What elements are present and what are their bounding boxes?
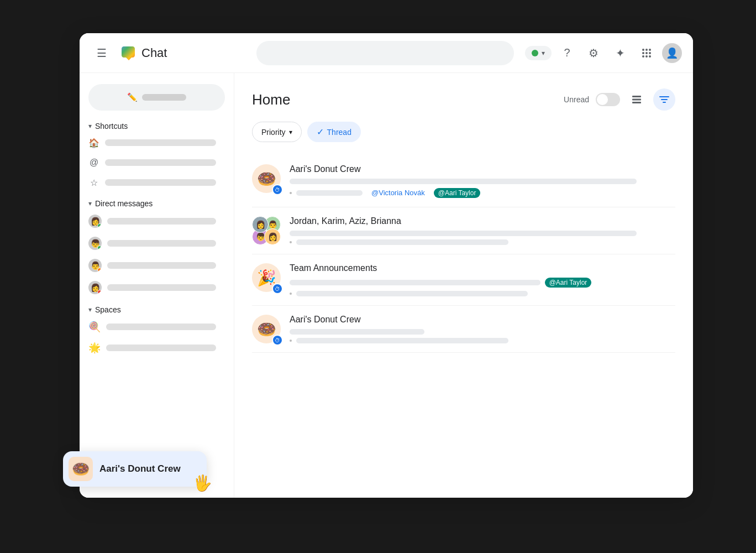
mention-row-1: @Victoria Novák @Aari Taylor (290, 187, 675, 198)
conversation-list: 🍩 ⏱ Aari's Donut Crew @Victoria Novák @A… (252, 155, 675, 353)
conv-text-bar-1a (290, 179, 637, 184)
new-chat-button[interactable]: ✏️ (88, 84, 225, 111)
spaces-section: ▾ Spaces 🍭 🌟 (80, 303, 234, 358)
mention-chip-victoria: @Victoria Novák (367, 187, 429, 198)
status-button[interactable]: ▾ (525, 46, 552, 60)
new-chat-label (142, 94, 186, 101)
reply-dot (290, 340, 292, 342)
status-dot-orange (97, 268, 102, 272)
svg-rect-10 (632, 96, 641, 97)
group-member-4: 👩 (264, 228, 281, 245)
conv-text-bar-2b (296, 239, 508, 245)
space-label-1 (106, 324, 216, 330)
main-body: ✏️ ▾ Shortcuts 🏠 @ (80, 73, 693, 498)
chevron-down-icon: ▾ (88, 306, 92, 314)
conversation-item[interactable]: 🍩 ⏱ Aari's Donut Crew @Victoria Novák @A… (252, 155, 675, 207)
spaces-item-1[interactable]: 🍭 (80, 316, 225, 337)
help-icon[interactable]: ? (556, 42, 578, 64)
new-chat-icon: ✏️ (127, 92, 138, 102)
unread-toggle[interactable] (596, 93, 620, 106)
svg-point-6 (649, 52, 651, 54)
reply-dot (290, 192, 292, 194)
reply-dot (290, 293, 292, 295)
topbar-left: ☰ (91, 42, 245, 64)
mention-chip-aari: @Aari Taylor (434, 188, 481, 198)
conv-text-bar-2a (290, 231, 637, 236)
status-dot-red (97, 290, 102, 294)
dm-avatar-4: 👩 (88, 281, 102, 294)
spaces-title: Spaces (95, 305, 121, 314)
conversation-item[interactable]: 🍩 ⏱ Aari's Donut Crew (252, 306, 675, 353)
priority-chevron-icon: ▾ (289, 128, 292, 136)
conv-content-2: Jordan, Karim, Aziz, Brianna (290, 216, 675, 245)
unread-label: Unread (564, 95, 589, 104)
sparkle-icon[interactable]: ✦ (609, 42, 631, 64)
mentions-label (105, 159, 216, 166)
menu-icon[interactable]: ☰ (91, 42, 113, 64)
filter-chips: Priority ▾ ✓ Thread (252, 122, 675, 142)
filter-icon[interactable] (653, 88, 675, 111)
chevron-down-icon: ▾ (88, 122, 92, 130)
home-label (105, 139, 216, 146)
thread-chip[interactable]: ✓ Thread (307, 122, 361, 142)
conv-avatar-group-2: 👩 👨 👦 👩 (252, 216, 281, 245)
search-area: 🔍 (256, 41, 514, 65)
tooltip-label: Aari's Donut Crew (99, 463, 181, 474)
conv-text-bar-4a (290, 329, 424, 335)
dm-item-1[interactable]: 👩 (80, 210, 225, 232)
status-dot (532, 50, 538, 56)
settings-icon[interactable]: ⚙ (582, 42, 605, 64)
priority-chip[interactable]: Priority ▾ (252, 122, 302, 142)
conv-avatar-wrapper-3: 🎉 ⏱ (252, 263, 281, 292)
svg-point-7 (642, 55, 644, 58)
conv-text-bar-4b (296, 338, 508, 343)
sidebar-item-mentions[interactable]: @ (80, 153, 225, 173)
starred-label (105, 179, 216, 186)
thread-badge-4: ⏱ (272, 335, 283, 346)
svg-point-3 (649, 49, 651, 51)
spaces-item-2[interactable]: 🌟 (80, 337, 225, 358)
layout-icon[interactable] (627, 90, 647, 109)
dm-item-2[interactable]: 👦 (80, 232, 225, 254)
topbar: ☰ (80, 33, 693, 73)
main-window: ☰ (80, 33, 693, 498)
cursor-hand-icon: 🖐 (193, 474, 212, 492)
star-icon: ☆ (88, 177, 99, 188)
dm-avatar-1: 👩 (88, 215, 102, 228)
conv-content-4: Aari's Donut Crew (290, 315, 675, 343)
space-label-2 (106, 345, 216, 351)
floating-tooltip[interactable]: 🍩 Aari's Donut Crew 🖐 (63, 451, 207, 487)
apps-icon[interactable] (636, 42, 658, 64)
dm-label-3 (107, 262, 216, 269)
search-input[interactable] (256, 41, 514, 65)
avatar[interactable]: 👤 (662, 43, 682, 63)
conversation-item[interactable]: 👩 👨 👦 👩 Jordan, Karim, Aziz, Brianna (252, 207, 675, 254)
dm-item-3[interactable]: 👨 (80, 254, 225, 276)
chevron-down-icon: ▾ (88, 200, 92, 207)
dm-label-1 (107, 218, 216, 225)
shortcuts-header[interactable]: ▾ Shortcuts (80, 119, 234, 133)
sidebar-item-starred[interactable]: ☆ (80, 173, 225, 192)
spaces-header[interactable]: ▾ Spaces (80, 303, 234, 316)
svg-point-1 (642, 49, 644, 51)
conv-text-bar-3b (296, 291, 528, 296)
svg-point-9 (649, 55, 651, 58)
conversation-item[interactable]: 🎉 ⏱ Team Announcements @Aari Taylor (252, 254, 675, 306)
svg-rect-11 (632, 99, 641, 101)
dm-label-2 (107, 240, 216, 247)
conv-avatar-wrapper-4: 🍩 ⏱ (252, 315, 281, 343)
dm-item-4[interactable]: 👩 (80, 276, 225, 299)
chevron-down-icon: ▾ (542, 49, 545, 57)
conv-text-bar-1b (296, 190, 363, 196)
conv-name-3: Team Announcements (290, 263, 675, 273)
shortcuts-title: Shortcuts (95, 122, 128, 131)
chat-logo-icon (119, 44, 137, 62)
conv-content-1: Aari's Donut Crew @Victoria Novák @Aari … (290, 164, 675, 198)
dm-header[interactable]: ▾ Direct messages (80, 197, 234, 210)
sidebar-item-home[interactable]: 🏠 (80, 133, 225, 153)
conv-avatar-wrapper-1: 🍩 ⏱ (252, 164, 281, 193)
svg-point-8 (645, 55, 648, 58)
conv-content-3: Team Announcements @Aari Taylor (290, 263, 675, 296)
conv-name-2: Jordan, Karim, Aziz, Brianna (290, 216, 675, 226)
dm-avatar-3: 👨 (88, 259, 102, 272)
